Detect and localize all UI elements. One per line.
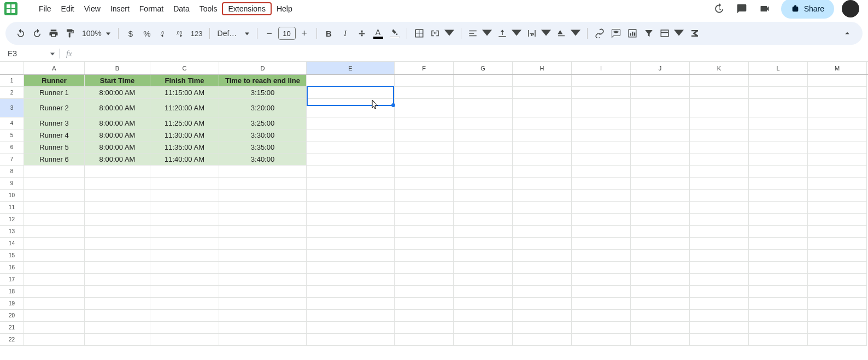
cell-A21[interactable] (24, 322, 85, 334)
cell-F2[interactable] (395, 87, 454, 99)
cell-H16[interactable] (513, 262, 572, 274)
cell-H21[interactable] (513, 322, 572, 334)
cell-C19[interactable] (150, 298, 219, 310)
cell-F20[interactable] (395, 310, 454, 322)
increase-fontsize-button[interactable]: + (297, 26, 312, 41)
cell-K10[interactable] (690, 190, 749, 202)
cell-A3[interactable]: Runner 2 (24, 99, 85, 117)
cell-B10[interactable] (85, 190, 150, 202)
cell-M5[interactable] (808, 129, 867, 141)
cell-D4[interactable]: 3:25:00 (219, 117, 307, 129)
name-box[interactable]: E3 (5, 49, 55, 58)
chart-button[interactable] (625, 26, 640, 41)
col-header-B[interactable]: B (85, 62, 150, 74)
cell-E18[interactable] (307, 286, 395, 298)
cell-E7[interactable] (307, 154, 395, 166)
cell-C7[interactable]: 11:40:00 AM (150, 154, 219, 166)
cell-I9[interactable] (572, 178, 631, 190)
cell-J15[interactable] (631, 250, 690, 262)
strikethrough-button[interactable] (354, 26, 370, 41)
cell-M8[interactable] (808, 166, 867, 178)
cell-E21[interactable] (307, 322, 395, 334)
cell-F16[interactable] (395, 262, 454, 274)
cell-M7[interactable] (808, 154, 867, 166)
cell-D8[interactable] (219, 166, 307, 178)
comment-button[interactable] (608, 26, 624, 41)
cell-M18[interactable] (808, 286, 867, 298)
cell-E10[interactable] (307, 190, 395, 202)
cell-A19[interactable] (24, 298, 85, 310)
cell-C11[interactable] (150, 202, 219, 214)
row-header-7[interactable]: 7 (0, 154, 24, 166)
cell-K13[interactable] (690, 226, 749, 238)
cell-F5[interactable] (395, 129, 454, 141)
cell-I5[interactable] (572, 129, 631, 141)
fill-color-button[interactable] (387, 26, 402, 41)
cell-J1[interactable] (631, 75, 690, 87)
cell-E9[interactable] (307, 178, 395, 190)
row-header-5[interactable]: 5 (0, 129, 24, 141)
cell-A7[interactable]: Runner 6 (24, 154, 85, 166)
cell-F6[interactable] (395, 141, 454, 154)
cell-L15[interactable] (749, 250, 808, 262)
cell-J8[interactable] (631, 166, 690, 178)
cell-B21[interactable] (85, 322, 150, 334)
cell-G5[interactable] (454, 129, 513, 141)
cell-E6[interactable] (307, 141, 395, 154)
cell-F1[interactable] (395, 75, 454, 87)
increase-decimal-button[interactable]: .00 (172, 26, 187, 41)
cell-D17[interactable] (219, 274, 307, 286)
cell-G3[interactable] (454, 99, 513, 117)
cell-K20[interactable] (690, 310, 749, 322)
select-all-corner[interactable] (0, 62, 24, 75)
cell-E4[interactable] (307, 117, 395, 129)
cell-J6[interactable] (631, 141, 690, 154)
number-format-button[interactable]: 123 (189, 26, 205, 41)
col-header-K[interactable]: K (690, 62, 749, 74)
cell-H8[interactable] (513, 166, 572, 178)
font-dropdown[interactable]: Defaul... (214, 29, 253, 38)
cell-L2[interactable] (749, 87, 808, 99)
cell-E1[interactable] (307, 75, 395, 87)
cell-J3[interactable] (631, 99, 690, 117)
cell-G17[interactable] (454, 274, 513, 286)
cell-M12[interactable] (808, 214, 867, 226)
cell-K14[interactable] (690, 238, 749, 250)
cell-E19[interactable] (307, 298, 395, 310)
cell-G8[interactable] (454, 166, 513, 178)
cell-E22[interactable] (307, 334, 395, 346)
row-header-6[interactable]: 6 (0, 141, 24, 154)
cell-C8[interactable] (150, 166, 219, 178)
col-header-J[interactable]: J (631, 62, 690, 74)
valign-button[interactable] (495, 26, 524, 41)
cell-B9[interactable] (85, 178, 150, 190)
cell-K19[interactable] (690, 298, 749, 310)
link-button[interactable] (592, 26, 607, 41)
cell-L20[interactable] (749, 310, 808, 322)
cell-J12[interactable] (631, 214, 690, 226)
cell-J20[interactable] (631, 310, 690, 322)
cell-M19[interactable] (808, 298, 867, 310)
cell-A12[interactable] (24, 214, 85, 226)
cell-D10[interactable] (219, 190, 307, 202)
cell-H15[interactable] (513, 250, 572, 262)
cell-M20[interactable] (808, 310, 867, 322)
row-header-21[interactable]: 21 (0, 322, 24, 334)
cell-H1[interactable] (513, 75, 572, 87)
cell-A17[interactable] (24, 274, 85, 286)
cell-J11[interactable] (631, 202, 690, 214)
cell-D13[interactable] (219, 226, 307, 238)
cell-H22[interactable] (513, 334, 572, 346)
cell-B12[interactable] (85, 214, 150, 226)
cell-B20[interactable] (85, 310, 150, 322)
cell-E12[interactable] (307, 214, 395, 226)
cell-G15[interactable] (454, 250, 513, 262)
cell-I7[interactable] (572, 154, 631, 166)
cell-J14[interactable] (631, 238, 690, 250)
cell-B11[interactable] (85, 202, 150, 214)
cell-A8[interactable] (24, 166, 85, 178)
history-icon[interactable] (708, 0, 730, 20)
share-button[interactable]: Share (781, 0, 834, 19)
cell-F4[interactable] (395, 117, 454, 129)
italic-button[interactable]: I (338, 26, 353, 41)
